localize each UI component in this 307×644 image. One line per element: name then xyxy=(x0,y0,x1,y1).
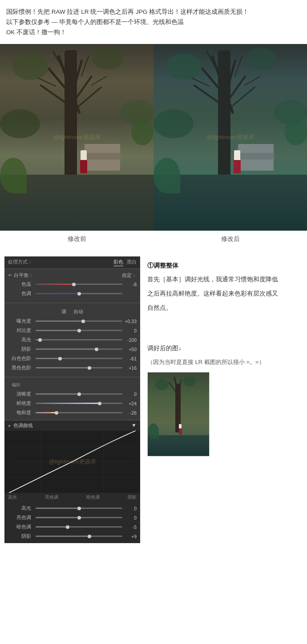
curve-expand-icon[interactable]: ▼ xyxy=(131,422,137,428)
curve-shadows-row: 阴影 +9 xyxy=(8,532,137,540)
bw-tab[interactable]: 黑白 xyxy=(127,259,137,266)
thumbnail-container xyxy=(147,372,301,456)
manual-label[interactable]: 自动 xyxy=(73,309,83,315)
wb-label: 白平衡： xyxy=(14,272,33,279)
clarity-label: 清晰度 xyxy=(8,391,31,397)
intro-line1: 国际惯例！先把 RAW 拉进 LR 统一调色之后再 JPG 格式导出！这样才能达… xyxy=(6,7,301,17)
curve-shadows-label: 阴影 xyxy=(128,494,137,500)
auto-section: 调 自动 曝光度 +0.33 对比度 0 xyxy=(4,305,140,375)
curve-li-slider[interactable] xyxy=(36,517,122,518)
exposure-value: +0.33 xyxy=(124,319,137,324)
vibrance-label: 鲜艳度 xyxy=(8,400,31,407)
after-note: 调好后的图↓ xyxy=(147,343,301,354)
curve-hl-label: 高光 xyxy=(8,505,31,512)
curve-svg xyxy=(4,431,140,493)
color-tint-row: 色调 xyxy=(8,290,137,298)
curve-darks-label: 暗色调 xyxy=(86,494,100,500)
whites-slider[interactable] xyxy=(36,358,122,359)
curve-highlights-label: 高光 xyxy=(8,494,17,500)
highlights-row: 高光 -100 xyxy=(8,336,137,344)
after-image-wrapper: @lightroom资源库 xyxy=(154,44,307,231)
contrast-label: 对比度 xyxy=(8,328,31,334)
exposure-row: 曝光度 +0.33 xyxy=(8,317,137,325)
color-temp-value: -8 xyxy=(124,282,137,287)
section1-p1: 首先［基本］调好光线，我通常习惯饱和度降低 xyxy=(147,274,301,285)
curve-sh-label: 阴影 xyxy=(8,533,31,540)
curve-darks-row: 暗色调 -5 xyxy=(8,523,137,531)
intro-line3: OK 不废话！撒一狗！ xyxy=(6,28,301,38)
section1-title: ①调整整体 xyxy=(147,260,301,271)
curve-hl-slider[interactable] xyxy=(36,508,122,509)
wb-value: 自定： xyxy=(122,272,137,279)
color-temp-row: 色温 -8 xyxy=(8,280,137,288)
curve-lights-row: 亮色调 0 xyxy=(8,514,137,522)
after-note2: （因为当时是直接 LR 截图的所以很小 =。=） xyxy=(147,357,301,368)
caption-row: 修改前 修改后 xyxy=(0,231,307,252)
after-image: @lightroom资源库 xyxy=(154,44,307,231)
clarity-value: 0 xyxy=(124,392,137,397)
highlights-value: -100 xyxy=(124,337,137,343)
shadows-row: 阴影 +50 xyxy=(8,345,137,353)
process-label: 处理方式： xyxy=(8,259,32,266)
shadows-slider[interactable] xyxy=(36,348,122,350)
highlights-slider[interactable] xyxy=(36,339,122,340)
section1-p2: 之后再拉高鲜艳度。这样看起来色彩有层次感又 xyxy=(147,288,301,299)
curve-section: ● 色调曲线 ▼ xyxy=(4,420,140,543)
curve-sh-value: +9 xyxy=(124,534,137,539)
saturation-label: 饱和度 xyxy=(8,410,31,416)
curve-dk-label: 暗色调 xyxy=(8,524,31,530)
pref-label: 偏好 xyxy=(8,381,137,389)
saturation-value: -26 xyxy=(124,410,137,416)
vibrance-value: +24 xyxy=(124,401,137,406)
comparison-section: @lightroom资源库 xyxy=(0,44,307,231)
saturation-row: 饱和度 -26 xyxy=(8,409,137,417)
curve-lights-label: 亮色调 xyxy=(45,494,58,500)
curve-li-label: 亮色调 xyxy=(8,515,31,521)
intro-line2: 以下参数仅参考 — 毕竟每个人的图都不是一个环境、光线和色温 xyxy=(6,17,301,28)
color-tab[interactable]: 彩色 xyxy=(113,259,123,266)
auto-row: 调 自动 xyxy=(8,308,137,316)
color-tint-label: 色调 xyxy=(8,291,31,297)
contrast-slider[interactable] xyxy=(36,330,122,331)
main-content-section: 处理方式： 彩色 黑白 ✒ 白平衡： 自定： 色温 -8 xyxy=(0,252,307,548)
lr-panel-header: 处理方式： 彩色 黑白 xyxy=(4,256,140,269)
curve-label: 色调曲线 xyxy=(13,422,33,429)
color-temp-slider[interactable] xyxy=(36,284,122,285)
clarity-row: 清晰度 0 xyxy=(8,390,137,398)
right-panel: ①调整整体 首先［基本］调好光线，我通常习惯饱和度降低 之后再拉高鲜艳度。这样看… xyxy=(140,256,307,543)
curve-dk-value: -5 xyxy=(124,524,137,530)
color-tint-slider[interactable] xyxy=(36,293,122,294)
pref-section: 偏好 清晰度 0 鲜艳度 +24 饱和度 xyxy=(4,379,140,420)
vibrance-row: 鲜艳度 +24 xyxy=(8,400,137,408)
after-caption: 修改后 xyxy=(154,235,307,243)
exposure-label: 曝光度 xyxy=(8,318,31,324)
whites-value: -61 xyxy=(124,356,137,361)
whites-row: 白色色阶 -61 xyxy=(8,355,137,363)
curve-li-value: 0 xyxy=(124,515,137,520)
contrast-value: 0 xyxy=(124,328,137,333)
auto-label[interactable]: 调 xyxy=(61,309,66,315)
clarity-slider[interactable] xyxy=(36,393,122,395)
lr-panel: 处理方式： 彩色 黑白 ✒ 白平衡： 自定： 色温 -8 xyxy=(4,256,140,543)
curve-dk-slider[interactable] xyxy=(36,526,122,528)
shadows-value: +50 xyxy=(124,347,137,352)
section1-p3: 自然点。 xyxy=(147,303,301,313)
color-temp-label: 色温 xyxy=(8,281,31,288)
blacks-row: 黑色色阶 +16 xyxy=(8,364,137,372)
wb-section: ✒ 白平衡： 自定： 色温 -8 色调 xyxy=(4,269,140,301)
exposure-slider[interactable] xyxy=(36,320,122,322)
before-image-wrapper: @lightroom资源库 xyxy=(0,44,154,231)
saturation-slider[interactable] xyxy=(36,412,122,413)
curve-hl-value: 0 xyxy=(124,506,137,511)
intro-section: 国际惯例！先把 RAW 拉进 LR 统一调色之后再 JPG 格式导出！这样才能达… xyxy=(0,0,307,44)
vibrance-slider[interactable] xyxy=(36,403,122,404)
blacks-slider[interactable] xyxy=(36,367,122,368)
contrast-row: 对比度 0 xyxy=(8,327,137,335)
curve-dot-icon: ● xyxy=(8,423,11,428)
curve-sliders: 高光 0 亮色调 0 xyxy=(4,502,140,543)
curve-bottom-labels: 高光 亮色调 暗色调 阴影 xyxy=(4,493,140,502)
eyedropper-icon[interactable]: ✒ xyxy=(8,272,12,278)
highlights-label: 高光 xyxy=(8,337,31,343)
curve-sh-slider[interactable] xyxy=(36,536,122,537)
blacks-label: 黑色色阶 xyxy=(8,365,31,371)
